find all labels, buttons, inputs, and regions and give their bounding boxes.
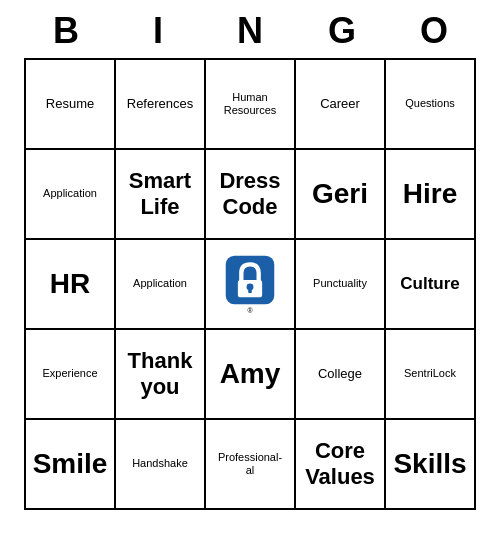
- cell-text: SmartLife: [129, 168, 191, 221]
- letter-n: N: [210, 10, 290, 52]
- cell-text: Thankyou: [128, 348, 193, 401]
- cell-text: Resume: [46, 96, 94, 112]
- cell-1-3: HumanResources: [206, 60, 296, 150]
- cell-3-3-logo: ®: [206, 240, 296, 330]
- cell-4-3: Amy: [206, 330, 296, 420]
- cell-text: Application: [43, 187, 97, 200]
- cell-1-1: Resume: [26, 60, 116, 150]
- svg-rect-3: [248, 288, 251, 293]
- cell-2-1: Application: [26, 150, 116, 240]
- sentrilock-logo: ®: [224, 254, 276, 314]
- cell-4-5: SentriLock: [386, 330, 476, 420]
- cell-text: Handshake: [132, 457, 188, 470]
- cell-5-1: Smile: [26, 420, 116, 510]
- cell-text: Questions: [405, 97, 455, 110]
- cell-text: Application: [133, 277, 187, 290]
- cell-text: Amy: [220, 357, 281, 391]
- letter-o: O: [394, 10, 474, 52]
- cell-5-4: CoreValues: [296, 420, 386, 510]
- letter-i: I: [118, 10, 198, 52]
- bingo-grid: Resume References HumanResources Career …: [24, 58, 476, 510]
- cell-text: Professional-al: [218, 451, 282, 477]
- cell-text: References: [127, 96, 193, 112]
- cell-text: HR: [50, 267, 90, 301]
- cell-5-5: Skills: [386, 420, 476, 510]
- logo-reg: ®: [247, 307, 252, 314]
- cell-5-2: Handshake: [116, 420, 206, 510]
- cell-text: Punctuality: [313, 277, 367, 290]
- cell-1-4: Career: [296, 60, 386, 150]
- cell-text: Hire: [403, 177, 457, 211]
- cell-text: CoreValues: [305, 438, 375, 491]
- letter-g: G: [302, 10, 382, 52]
- cell-text: Career: [320, 96, 360, 112]
- cell-3-2: Application: [116, 240, 206, 330]
- cell-2-3: DressCode: [206, 150, 296, 240]
- cell-text: SentriLock: [404, 367, 456, 380]
- cell-2-4: Geri: [296, 150, 386, 240]
- cell-text: Skills: [393, 447, 466, 481]
- cell-2-5: Hire: [386, 150, 476, 240]
- cell-text: Experience: [42, 367, 97, 380]
- cell-4-4: College: [296, 330, 386, 420]
- cell-3-1: HR: [26, 240, 116, 330]
- bingo-title: B I N G O: [20, 0, 480, 58]
- cell-3-4: Punctuality: [296, 240, 386, 330]
- cell-2-2: SmartLife: [116, 150, 206, 240]
- cell-text: HumanResources: [224, 91, 277, 117]
- cell-text: Culture: [400, 274, 460, 294]
- cell-4-1: Experience: [26, 330, 116, 420]
- letter-b: B: [26, 10, 106, 52]
- cell-1-2: References: [116, 60, 206, 150]
- cell-text: College: [318, 366, 362, 382]
- cell-text: Smile: [33, 447, 108, 481]
- cell-4-2: Thankyou: [116, 330, 206, 420]
- cell-text: DressCode: [219, 168, 280, 221]
- cell-1-5: Questions: [386, 60, 476, 150]
- cell-3-5: Culture: [386, 240, 476, 330]
- cell-text: Geri: [312, 177, 368, 211]
- cell-5-3: Professional-al: [206, 420, 296, 510]
